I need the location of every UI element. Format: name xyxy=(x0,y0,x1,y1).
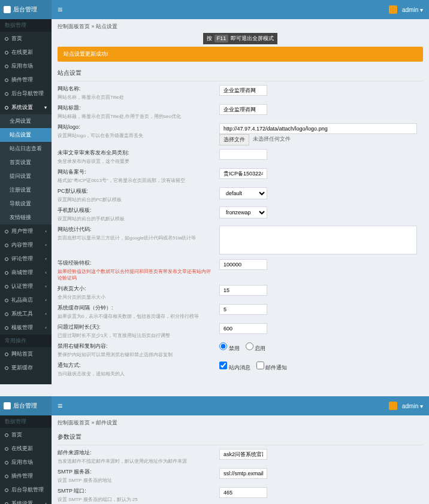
user-menu[interactable]: admin ▾ xyxy=(402,7,423,13)
key-f11: F11 xyxy=(214,35,229,42)
nav-plugin[interactable]: 插件管理 xyxy=(0,469,52,483)
sidebar: 数据管理 首页 在线更新 应用市场 插件管理 后台导航管理 系统设置‹ 用户管理… xyxy=(0,415,52,504)
nav-global[interactable]: 全局设置 xyxy=(0,114,52,128)
input-sitename[interactable] xyxy=(219,85,267,96)
label-qa: 未审文章审来客发布全局类别: xyxy=(58,149,213,157)
nav-frontnav[interactable]: 后台导航管理 xyxy=(0,483,52,497)
sidebar: 数据管理 首页 在线更新 应用市场 插件管理 后台导航管理 系统设置▾ 全局设置… xyxy=(0,19,52,384)
input-expire[interactable] xyxy=(219,323,267,334)
textarea-stat[interactable] xyxy=(219,226,417,254)
nav-home2[interactable]: 首页设置 xyxy=(0,156,52,169)
main-content: 控制面板首页 » 站点设置 按F11即可退出全屏模式 站点设置更新成功! 站点设… xyxy=(52,19,429,384)
select-mobiletpl[interactable]: fronzewap xyxy=(219,207,267,218)
dot-icon xyxy=(5,299,8,302)
nav-giftshop[interactable]: 商城管理‹ xyxy=(0,266,52,280)
breadcrumb: 控制面板首页 » 邮件设置 xyxy=(58,419,423,427)
success-banner: 站点设置更新成功! xyxy=(58,47,423,62)
label-exp: 等级经验特权: xyxy=(58,259,213,267)
caret-icon: ‹ xyxy=(45,297,47,303)
sidebar-header2: 常用操作 xyxy=(0,335,52,347)
radio-copy-enable[interactable]: 启用 xyxy=(246,345,266,351)
dot-icon xyxy=(5,285,8,289)
caret-icon: ‹ xyxy=(45,229,47,234)
checkbox-notify-mail[interactable]: 邮件通知 xyxy=(256,365,288,371)
sidebar-header: 数据管理 xyxy=(0,19,52,32)
nav-gift[interactable]: 礼品商店‹ xyxy=(0,293,52,307)
input-logo-url[interactable] xyxy=(219,123,417,134)
nav-websetting[interactable]: 网站首页 xyxy=(0,347,52,361)
label-smtpserver: SMTP 服务器: xyxy=(58,468,213,476)
dot-icon xyxy=(5,230,8,233)
input-qa[interactable] xyxy=(219,149,267,160)
nav-online[interactable]: 在线更新 xyxy=(0,442,52,456)
nav-home[interactable]: 首页 xyxy=(0,32,52,45)
nav-home[interactable]: 首页 xyxy=(0,428,52,442)
nav-plugin[interactable]: 插件管理 xyxy=(0,73,52,87)
caret-icon: ‹ xyxy=(45,242,47,248)
label-icp: 网站备案号: xyxy=(58,168,213,176)
radio-copy-disable[interactable]: 禁用 xyxy=(219,345,240,351)
nav-reg[interactable]: 注册设置 xyxy=(0,183,52,197)
nav-market[interactable]: 应用市场 xyxy=(0,456,52,469)
logo-text: 后台管理 xyxy=(13,402,37,410)
dot-icon xyxy=(5,257,8,261)
nav-comment[interactable]: 评论管理‹ xyxy=(0,252,52,266)
caret-icon: ‹ xyxy=(45,325,47,330)
label-smtpport: SMTP 端口: xyxy=(58,487,213,495)
nav-frontnav[interactable]: 后台导航管理 xyxy=(0,87,52,101)
logo-icon xyxy=(4,402,11,409)
input-from[interactable] xyxy=(219,449,267,460)
select-pctpl[interactable]: default xyxy=(219,187,267,199)
logo[interactable]: 后台管理 xyxy=(0,396,52,415)
input-icp[interactable] xyxy=(219,168,267,179)
dot-icon xyxy=(5,461,8,464)
nav-cert[interactable]: 认证管理‹ xyxy=(0,280,52,293)
dot-icon xyxy=(5,353,8,356)
hamburger-icon[interactable]: ≡ xyxy=(52,5,68,14)
dot-icon xyxy=(5,502,8,505)
nav-tool[interactable]: 系统工具‹ xyxy=(0,307,52,321)
caret-icon: ‹ xyxy=(45,311,47,317)
nav-nav[interactable]: 导航设置 xyxy=(0,197,52,211)
user-menu[interactable]: admin ▾ xyxy=(402,403,423,409)
dot-icon xyxy=(5,433,8,437)
input-exp[interactable] xyxy=(219,259,267,270)
input-smtpport[interactable] xyxy=(219,487,267,498)
label-sitename: 网站名称: xyxy=(58,85,213,93)
nav-system[interactable]: 系统设置▾ xyxy=(0,101,52,114)
nav-sitelog[interactable]: 站点日志查看 xyxy=(0,142,52,156)
dot-icon xyxy=(5,92,8,96)
dot-icon xyxy=(5,37,8,41)
nav-user[interactable]: 用户管理‹ xyxy=(0,224,52,238)
nav-market[interactable]: 应用市场 xyxy=(0,59,52,73)
caret-icon: ‹ xyxy=(45,256,47,262)
screenshot-2: 后台管理 ≡ admin ▾ 数据管理 首页 在线更新 应用市场 插件管理 后台… xyxy=(0,396,429,504)
input-cache[interactable] xyxy=(219,304,267,315)
checkbox-notify-msg[interactable]: 站内消息 xyxy=(219,365,250,371)
dot-icon xyxy=(5,488,8,492)
nav-site[interactable]: 站点设置 xyxy=(0,128,52,142)
dot-icon xyxy=(5,78,8,82)
label-copy: 禁用右键和复制内容: xyxy=(58,342,213,350)
notification-icon[interactable] xyxy=(389,402,397,410)
nav-refresh[interactable]: 更新缓存 xyxy=(0,361,52,375)
nav-ask[interactable]: 提问设置 xyxy=(0,169,52,183)
logo[interactable]: 后台管理 xyxy=(0,0,52,19)
hamburger-icon[interactable]: ≡ xyxy=(52,401,68,411)
file-select-button[interactable]: 选择文件 xyxy=(219,134,249,145)
notification-icon[interactable] xyxy=(389,5,397,14)
label-mobiletpl: 手机默认模板: xyxy=(58,207,213,214)
input-smtpserver[interactable] xyxy=(219,468,267,479)
dot-icon xyxy=(5,244,8,247)
dot-icon xyxy=(5,326,8,330)
nav-system-sub: 全局设置 站点设置 站点日志查看 首页设置 提问设置 注册设置 导航设置 友情链… xyxy=(0,114,52,224)
nav-tpl[interactable]: 模板管理‹ xyxy=(0,321,52,335)
nav-link[interactable]: 友情链接 xyxy=(0,211,52,224)
caret-icon: ‹ xyxy=(45,270,47,275)
nav-system[interactable]: 系统设置‹ xyxy=(0,497,52,504)
screenshot-1: 后台管理 ≡ admin ▾ 数据管理 首页 在线更新 应用市场 插件管理 后台… xyxy=(0,0,429,384)
input-list[interactable] xyxy=(219,285,267,296)
nav-online[interactable]: 在线更新 xyxy=(0,45,52,59)
input-sitetitle[interactable] xyxy=(219,104,267,115)
nav-content[interactable]: 内容管理‹ xyxy=(0,238,52,252)
